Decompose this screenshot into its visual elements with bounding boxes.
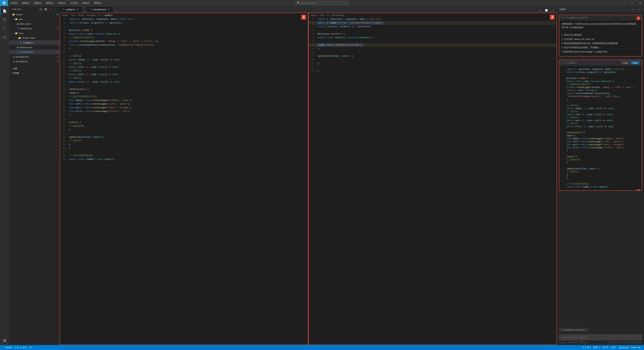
menu-run[interactable]: 运行(R) — [68, 0, 80, 6]
file-badge-label: GameEntry.ts Current File — [564, 329, 585, 331]
editor-more-btn[interactable]: ⋯ — [83, 10, 87, 13]
chat-expand-btn[interactable]: ⤢ — [624, 7, 629, 12]
breadcrumb-part: Managers — [87, 14, 96, 16]
chat-right-hints: alt+# no context # chat ctrl+@ codebase — [607, 341, 642, 343]
code-line: 34 // 更新代码 — [60, 139, 308, 143]
menu-goto[interactable]: 转到(G) — [56, 0, 68, 6]
tree-item-gameentry[interactable]: TS GameEntry.ts U — [10, 50, 60, 54]
menu-help[interactable]: 帮助(H) — [92, 0, 104, 6]
status-live[interactable]: ♦ 0 — [28, 345, 33, 350]
tab-close-icon[interactable]: ✕ — [76, 8, 79, 11]
activity-settings[interactable] — [0, 336, 9, 345]
tree-item-mainentry[interactable]: TS MainEntry.ts U — [10, 26, 60, 31]
tree-item-assets[interactable]: ▾ 📁 assets — [10, 12, 60, 17]
code-line: 3 — [60, 25, 308, 28]
code-line: return console[method].bind(console, `%c… — [562, 92, 639, 98]
sidebar-new-file-btn[interactable] — [38, 7, 43, 11]
model-selector[interactable]: ~ gpt-4o — [559, 341, 566, 343]
mention-button[interactable]: @ Mention — [568, 341, 577, 343]
copy-button[interactable]: Copy — [621, 61, 630, 64]
tree-item-game-scene[interactable]: ◉ Game.scene — [10, 45, 60, 50]
code-line: // 更新代码 — [562, 170, 639, 173]
tree-item-logmgr[interactable]: TS LogMgr.ts — [10, 40, 60, 45]
activity-debug[interactable] — [0, 33, 9, 41]
tree-item-tsconfig[interactable]: {} tsconfig.json U — [10, 59, 60, 64]
tree-item-core[interactable]: ▾ 📁 Core — [10, 31, 60, 35]
activity-search[interactable] — [0, 15, 9, 24]
status-errors[interactable]: ⊙ 0 △ 0 ⊗ 0 — [14, 345, 28, 350]
status-eol[interactable]: CRLF — [609, 346, 617, 349]
tab-logmgr[interactable]: TS LogMgr.ts ✕ — [60, 6, 81, 13]
model-label: ~ — [559, 341, 560, 343]
code-line: 12 — [309, 58, 556, 62]
sidebar-more-btn[interactable]: ⋯ — [54, 7, 58, 11]
svg-rect-1 — [4, 2, 5, 3]
tree-item-label: App — [18, 18, 22, 20]
tree-item-app[interactable]: ▾ 📁 App — [10, 17, 60, 21]
menu-view[interactable]: 查看(V) — [44, 0, 56, 6]
chat-new-btn[interactable]: + — [618, 7, 623, 12]
tab-close-icon[interactable]: ✕ — [107, 8, 110, 11]
code-line: 13 } — [309, 62, 556, 65]
badge-2: 2 — [636, 189, 640, 191]
chat-layout-btn[interactable]: ⊞ — [630, 7, 635, 12]
editor-code-right[interactable]: 1 import { _decorator, Component, Node }… — [309, 17, 556, 345]
timeline-section[interactable]: ▸ 时间线 — [10, 71, 60, 75]
close-button[interactable]: ✕ — [636, 0, 644, 6]
title-bar-right: ─ □ ✕ — [621, 0, 644, 6]
outline-section[interactable]: ▾ 大纲 — [10, 66, 60, 71]
title-bar-left: 文件(F) 编辑(E) 选择(S) 查看(V) 转到(G) 运行(R) 终端(T… — [0, 0, 104, 6]
activity-explorer[interactable] — [0, 7, 9, 15]
status-encoding[interactable]: UTF-8 — [601, 346, 609, 349]
code-line: 38 // 导出日志管理器实例 — [60, 154, 308, 157]
info-count: 0 — [25, 346, 26, 349]
global-search-box[interactable]: 🔍 c2d_framework — [295, 1, 349, 5]
status-git[interactable]: ⑂ master* — [2, 345, 14, 350]
code-line: constructor() { — [562, 131, 639, 134]
tree-item-scripts-man[interactable]: ▾ 📁 Scripts \ Man... — [10, 35, 60, 40]
sidebar-new-folder-btn[interactable] — [44, 7, 48, 11]
breadcrumb-part: ... — [347, 14, 348, 16]
breadcrumb-sep: › — [102, 14, 103, 16]
split-editor-icon[interactable]: ⊞ — [538, 8, 543, 13]
editor-layout-icon[interactable]: ⬜ — [544, 8, 549, 13]
tree-item-main-scene[interactable]: ◉ Main.scene — [10, 21, 60, 26]
code-line: 31 } — [60, 128, 308, 132]
status-spaces[interactable]: 空格: 4 — [592, 346, 601, 349]
code-line: 32 — [60, 132, 308, 135]
code-line: 16 public warn: (...args: any[]) => void… — [60, 73, 308, 76]
activity-git[interactable] — [0, 24, 9, 33]
menu-file[interactable]: 文件(F) — [8, 0, 20, 6]
ai-message-file: TS LogMgr.ts Current File — [565, 16, 588, 19]
menu-edit[interactable]: 编辑(E) — [20, 0, 32, 6]
editor-area: TS LogMgr.ts ✕ ⋯ TS GameEntry.ts ✕ ⋯ ⊞ ⬜… — [60, 6, 557, 345]
breadcrumb-sep: › — [85, 14, 86, 16]
hint-chat: # chat — [622, 341, 627, 343]
status-cursor-tab[interactable]: Cursor Tab — [630, 346, 642, 349]
status-language[interactable]: TypeScript — [617, 346, 630, 349]
chat-file-badge: TS GameEntry.ts Current File ✕ — [559, 328, 590, 332]
maximize-button[interactable]: □ — [628, 0, 636, 6]
editor-code-left[interactable]: 1 import { _decorator, Component, Node }… — [60, 17, 308, 345]
editor-right-more-btn[interactable]: ⋯ — [114, 10, 118, 13]
menu-select[interactable]: 选择(S) — [32, 0, 44, 6]
sidebar-refresh-btn[interactable]: ↺ — [48, 7, 53, 11]
badge-3: 3 — [301, 15, 306, 19]
minimize-button[interactable]: ─ — [621, 0, 628, 6]
menu-terminal[interactable]: 终端(T) — [80, 0, 92, 6]
ai-message-item: 4. 区分不同等级日志的背景、字体颜色 — [562, 46, 639, 49]
badge-close-icon[interactable]: ✕ — [587, 329, 588, 331]
code-line: 13 // 信息日志 — [60, 62, 308, 65]
status-line-col[interactable]: 行 1, 列 1 — [581, 346, 592, 349]
apply-button[interactable]: Apply — [630, 61, 640, 64]
tree-item-label: assets — [16, 13, 22, 16]
code-line: this.warn = this.createLogger('warn', 'o… — [562, 143, 639, 146]
tree-item-package-json[interactable]: {} package.json U — [10, 54, 60, 59]
tab-gameentry[interactable]: TS GameEntry.ts ✕ — [88, 6, 113, 13]
chat-close-btn[interactable]: ✕ — [636, 7, 641, 12]
chat-input-box[interactable]: Ask followup (Ctrl+Shift+Y) — [559, 334, 642, 340]
code-line: 17 // 错误日志 — [60, 76, 308, 80]
image-button[interactable]: 🖼 Image — [580, 341, 587, 343]
editor-actions-more[interactable]: ⋯ — [552, 9, 556, 12]
chat-content[interactable]: 1 TS TS LogMgr.ts Current File 请帮我编写一个使用… — [557, 13, 644, 326]
